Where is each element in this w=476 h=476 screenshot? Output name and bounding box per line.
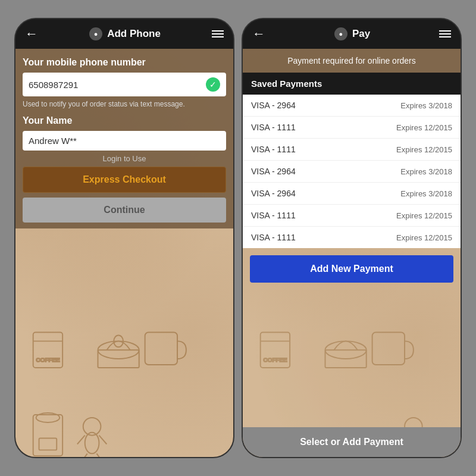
svg-point-13 — [36, 413, 60, 422]
svg-point-15 — [114, 335, 123, 347]
card-label: VISA - 2964 — [251, 101, 296, 110]
select-payment-bar[interactable]: Select or Add Payment — [243, 427, 461, 457]
name-input-row — [23, 131, 226, 151]
left-header: ← ● Add Phone — [15, 19, 233, 49]
card-label: VISA - 1111 — [251, 211, 296, 220]
app-icon-left: ● — [89, 27, 102, 40]
expiry-label: Expires 12/2015 — [396, 211, 452, 220]
payment-item[interactable]: VISA - 1111 Expires 12/2015 — [243, 205, 461, 227]
svg-point-6 — [83, 418, 101, 436]
svg-rect-12 — [33, 415, 62, 456]
expiry-label: Expires 3/2018 — [400, 189, 452, 198]
expiry-label: Expires 3/2018 — [400, 101, 452, 110]
continue-button[interactable]: Continue — [23, 198, 226, 223]
app-icon-right: ● — [334, 27, 347, 40]
expiry-label: Expires 12/2015 — [396, 233, 452, 242]
svg-text:COFFEE: COFFEE — [36, 356, 60, 363]
phone-input-row: ✓ — [23, 73, 226, 96]
expiry-label: Expires 3/2018 — [400, 167, 452, 176]
card-label: VISA - 1111 — [251, 145, 296, 154]
phone-input[interactable] — [29, 80, 206, 90]
right-header: ← ● Pay — [243, 19, 461, 49]
menu-button-right[interactable] — [439, 30, 451, 37]
svg-point-7 — [85, 433, 99, 454]
left-form-area: Your mobile phone number ✓ Used to notif… — [15, 49, 233, 228]
svg-rect-5 — [145, 333, 177, 365]
phone-section-label: Your mobile phone number — [23, 57, 226, 68]
login-label: Login to Use — [23, 154, 226, 163]
payment-items-list: VISA - 2964 Expires 3/2018 VISA - 1111 E… — [243, 95, 461, 248]
express-checkout-button[interactable]: Express Checkout — [23, 167, 226, 193]
svg-line-8 — [77, 436, 85, 444]
payment-item[interactable]: VISA - 2964 Expires 3/2018 — [243, 161, 461, 183]
card-label: VISA - 2964 — [251, 167, 296, 176]
card-label: VISA - 1111 — [251, 233, 296, 242]
phone-check-icon: ✓ — [206, 77, 220, 92]
add-payment-button[interactable]: Add New Payment — [250, 255, 453, 283]
payment-item[interactable]: VISA - 1111 Expires 12/2015 — [243, 139, 461, 161]
payment-item[interactable]: VISA - 2964 Expires 3/2018 — [243, 95, 461, 117]
name-section-label: Your Name — [23, 115, 226, 126]
right-screen-body: COFFEE Payment required for online order… — [243, 49, 461, 457]
back-button-right[interactable]: ← — [252, 26, 265, 42]
payment-item[interactable]: VISA - 2964 Expires 3/2018 — [243, 183, 461, 205]
saved-payments-header: Saved Payments — [243, 73, 461, 95]
expiry-label: Expires 12/2015 — [396, 145, 452, 154]
right-phone-frame: ← ● Pay COFFEE — [242, 18, 462, 458]
right-screen-title: Pay — [352, 28, 370, 40]
menu-button-left[interactable] — [212, 30, 224, 37]
payment-notice: Payment required for online orders — [243, 49, 461, 73]
svg-rect-4 — [98, 350, 139, 368]
name-input[interactable] — [29, 136, 220, 146]
svg-point-3 — [98, 341, 139, 359]
svg-rect-14 — [39, 439, 57, 450]
left-screen-title: Add Phone — [107, 28, 161, 40]
left-phone-frame: ← ● Add Phone COFFEE — [14, 18, 234, 458]
payment-item[interactable]: VISA - 1111 Expires 12/2015 — [243, 227, 461, 248]
svg-rect-0 — [33, 333, 62, 368]
expiry-label: Expires 12/2015 — [396, 123, 452, 132]
phone-hint: Used to notify you of order status via t… — [23, 100, 226, 108]
svg-line-9 — [99, 436, 107, 444]
saved-payments-section: Saved Payments VISA - 2964 Expires 3/201… — [243, 73, 461, 248]
payment-item[interactable]: VISA - 1111 Expires 12/2015 — [243, 117, 461, 139]
left-screen-body: COFFEE — [15, 49, 233, 457]
card-label: VISA - 1111 — [251, 123, 296, 132]
svg-line-11 — [97, 453, 103, 457]
svg-line-10 — [82, 453, 87, 457]
card-label: VISA - 2964 — [251, 189, 296, 198]
back-button-left[interactable]: ← — [25, 26, 38, 42]
